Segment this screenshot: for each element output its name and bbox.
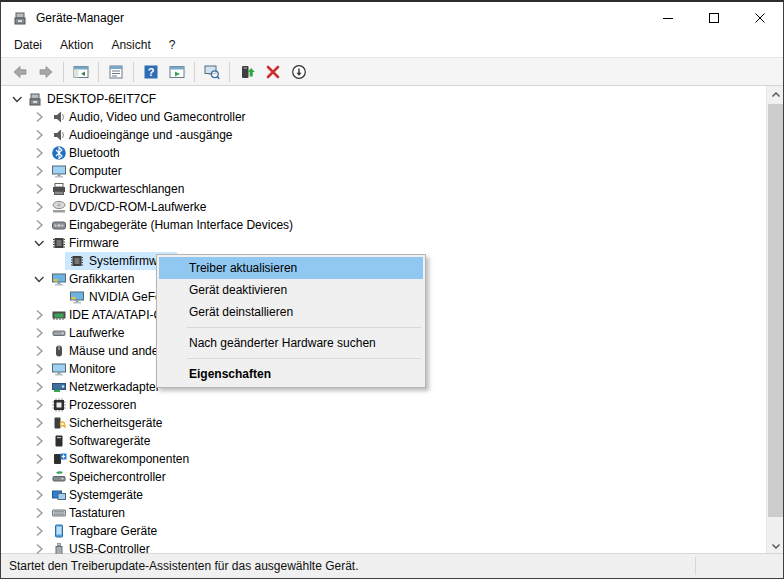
hid-icon [51, 217, 67, 233]
svg-text:?: ? [148, 66, 155, 78]
tree-item-speichercontroller[interactable]: Speichercontroller [1, 468, 767, 486]
chevron-collapsed-icon[interactable] [31, 109, 47, 125]
properties-button[interactable] [104, 60, 128, 84]
usb-controller-icon [51, 541, 67, 554]
chevron-collapsed-icon[interactable] [31, 163, 47, 179]
menu-help[interactable]: ? [160, 35, 185, 55]
system-device-icon [51, 487, 67, 503]
chevron-collapsed-icon[interactable] [31, 469, 47, 485]
tree-item-audio-video-und-gamecontroller[interactable]: Audio, Video und Gamecontroller [1, 108, 767, 126]
tree-item-label: Audioeingänge und -ausgänge [69, 128, 232, 142]
context-menu-item-treiber-aktualisieren[interactable]: Treiber aktualisieren [159, 257, 423, 279]
chevron-collapsed-icon[interactable] [31, 415, 47, 431]
context-menu-item-gerät-deinstallieren[interactable]: Gerät deinstallieren [159, 301, 423, 323]
tree-item-label: Druckwarteschlangen [69, 182, 184, 196]
chevron-expanded-icon[interactable] [31, 271, 47, 287]
chevron-collapsed-icon[interactable] [31, 379, 47, 395]
tree-item-usb-controller[interactable]: USB-Controller [1, 540, 767, 554]
tree-item-tastaturen[interactable]: Tastaturen [1, 504, 767, 522]
chevron-collapsed-icon[interactable] [31, 451, 47, 467]
help-button[interactable]: ? [139, 60, 163, 84]
vertical-scrollbar[interactable] [766, 86, 783, 554]
forward-button[interactable] [34, 60, 58, 84]
tree-item-audioeingänge-und-ausgänge[interactable]: Audioeingänge und -ausgänge [1, 126, 767, 144]
context-menu-separator [187, 358, 421, 359]
scroll-down-button[interactable] [767, 537, 784, 554]
context-menu-separator [187, 327, 421, 328]
title-bar: Geräte-Manager [1, 2, 783, 33]
status-text: Startet den Treiberupdate-Assistenten fü… [9, 559, 359, 573]
tree-item-firmware[interactable]: Firmware [1, 234, 767, 252]
chevron-collapsed-icon[interactable] [31, 343, 47, 359]
menu-datei[interactable]: Datei [5, 35, 51, 55]
tree-item-eingabegeräte-human-interface-devices[interactable]: Eingabegeräte (Human Interface Devices) [1, 216, 767, 234]
minimize-icon [662, 12, 674, 24]
storage-controller-icon [51, 469, 67, 485]
show-console-tree-button[interactable] [69, 60, 93, 84]
tree-item-druckwarteschlangen[interactable]: Druckwarteschlangen [1, 180, 767, 198]
disable-device-button[interactable] [287, 60, 311, 84]
chevron-collapsed-icon[interactable] [31, 487, 47, 503]
tree-item-label: Softwaregeräte [69, 434, 150, 448]
tree-item-label: USB-Controller [69, 542, 150, 554]
bluetooth-icon [51, 145, 67, 161]
menu-bar: DateiAktionAnsicht? [1, 33, 783, 57]
close-button[interactable] [737, 2, 783, 33]
tree-item-tragbare-geräte[interactable]: Tragbare Geräte [1, 522, 767, 540]
chevron-collapsed-icon[interactable] [31, 145, 47, 161]
keyboard-icon [51, 505, 67, 521]
tree-item-bluetooth[interactable]: Bluetooth [1, 144, 767, 162]
tree-item-dvd-cd-rom-laufwerke[interactable]: DVD/CD-ROM-Laufwerke [1, 198, 767, 216]
scroll-up-button[interactable] [767, 86, 784, 103]
tree-item-label: Laufwerke [69, 326, 124, 340]
context-menu-item-nach-geänderter-hardware-suchen[interactable]: Nach geänderter Hardware suchen [159, 332, 423, 354]
chevron-collapsed-icon[interactable] [31, 181, 47, 197]
chevron-collapsed-icon[interactable] [31, 307, 47, 323]
scrollbar-thumb[interactable] [768, 104, 783, 517]
context-menu-item-gerät-deaktivieren[interactable]: Gerät deaktivieren [159, 279, 423, 301]
tree-item-label: Prozessoren [69, 398, 136, 412]
tree-item-desktop-6eit7cf[interactable]: DESKTOP-6EIT7CF [1, 90, 767, 108]
maximize-button[interactable] [691, 2, 737, 33]
portable-device-icon [51, 523, 67, 539]
chevron-expanded-icon[interactable] [31, 235, 47, 251]
scan-hardware-changes-button[interactable] [200, 60, 224, 84]
chevron-collapsed-icon[interactable] [31, 541, 47, 554]
chevron-collapsed-icon[interactable] [31, 127, 47, 143]
export-list-button[interactable] [165, 60, 189, 84]
tree-item-sicherheitsgeräte[interactable]: Sicherheitsgeräte [1, 414, 767, 432]
chevron-collapsed-icon[interactable] [31, 361, 47, 377]
ide-controller-icon [51, 307, 67, 323]
update-driver-button[interactable] [235, 60, 259, 84]
chevron-collapsed-icon[interactable] [31, 325, 47, 341]
minimize-button[interactable] [645, 2, 691, 33]
speaker-icon [51, 109, 67, 125]
tree-item-systemgeräte[interactable]: Systemgeräte [1, 486, 767, 504]
context-menu-item-eigenschaften[interactable]: Eigenschaften [159, 363, 423, 385]
window-title: Geräte-Manager [36, 11, 124, 25]
chevron-collapsed-icon[interactable] [31, 505, 47, 521]
chevron-expanded-icon[interactable] [9, 91, 25, 107]
back-button[interactable] [8, 60, 32, 84]
speaker-icon [51, 127, 67, 143]
menu-aktion[interactable]: Aktion [51, 35, 102, 55]
close-icon [754, 12, 766, 24]
disk-drive-icon [51, 325, 67, 341]
chevron-collapsed-icon[interactable] [31, 199, 47, 215]
tree-item-prozessoren[interactable]: Prozessoren [1, 396, 767, 414]
chevron-collapsed-icon[interactable] [31, 217, 47, 233]
tree-item-computer[interactable]: Computer [1, 162, 767, 180]
chevron-up-icon [771, 90, 781, 100]
monitor-icon [51, 163, 67, 179]
tree-item-softwaregeräte[interactable]: Softwaregeräte [1, 432, 767, 450]
tree-item-softwarekomponenten[interactable]: Softwarekomponenten [1, 450, 767, 468]
firmware-chip-icon [69, 253, 85, 269]
chevron-collapsed-icon[interactable] [31, 433, 47, 449]
menu-ansicht[interactable]: Ansicht [102, 35, 159, 55]
tree-item-label: Tastaturen [69, 506, 125, 520]
chevron-collapsed-icon[interactable] [31, 523, 47, 539]
chevron-collapsed-icon[interactable] [31, 397, 47, 413]
uninstall-device-button[interactable] [261, 60, 285, 84]
security-device-icon [51, 415, 67, 431]
toolbar-separator [194, 62, 195, 82]
